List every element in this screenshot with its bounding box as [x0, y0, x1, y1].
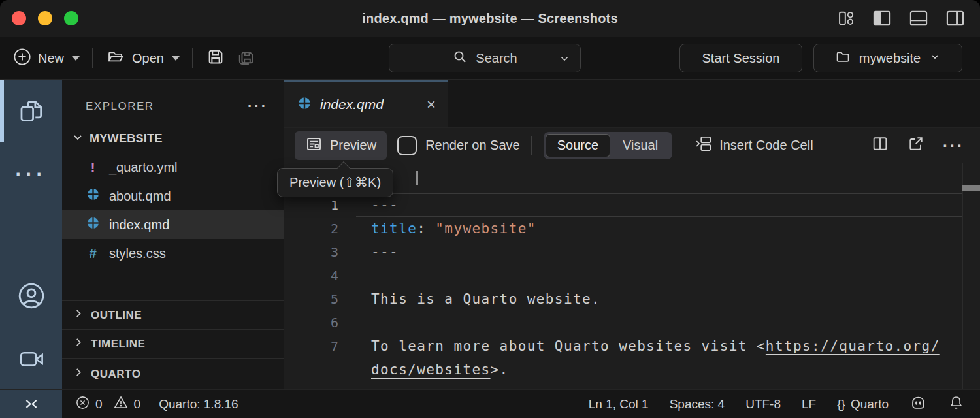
- quarto-version-status[interactable]: Quarto: 1.8.16: [159, 397, 238, 411]
- code-line: 2 title: "mywebsite": [284, 217, 980, 240]
- activity-bar: ···: [0, 80, 62, 389]
- source-visual-toggle: Source Visual: [544, 132, 673, 159]
- code-line: 3 ---: [284, 240, 980, 264]
- current-line-highlight: [356, 193, 962, 217]
- screenshot-camera-icon[interactable]: [0, 345, 62, 372]
- chevron-right-icon: [71, 365, 86, 383]
- app-window: index.qmd — mywebsite — Screenshots: [0, 0, 980, 418]
- save-all-icon[interactable]: [235, 47, 256, 69]
- scrollbar-thumb[interactable]: [962, 185, 980, 191]
- eol-status[interactable]: LF: [802, 397, 816, 411]
- open-dropdown-caret-icon: [172, 56, 180, 61]
- file-row-about-qmd[interactable]: about.qmd: [62, 182, 284, 210]
- encoding-status[interactable]: UTF-8: [745, 397, 781, 411]
- error-icon: [75, 395, 90, 413]
- tooltip-text: Preview (⇧⌘K): [289, 175, 381, 189]
- yaml-file-icon: !: [86, 159, 100, 175]
- tab-strip: index.qmd ×: [284, 80, 980, 128]
- braces-icon: {}: [837, 397, 845, 411]
- preview-button[interactable]: Preview: [295, 131, 387, 160]
- toolbar-separator: [92, 48, 93, 68]
- render-on-save-label: Render on Save: [425, 138, 520, 153]
- warning-icon: [113, 394, 129, 413]
- customize-layout-icon[interactable]: [836, 9, 856, 27]
- search-chevron-down-icon[interactable]: [558, 53, 571, 68]
- indentation-status[interactable]: Spaces: 4: [670, 397, 725, 411]
- search-placeholder: Search: [476, 51, 517, 66]
- preview-layout-icon: [305, 135, 323, 156]
- additional-views-icon[interactable]: ···: [0, 163, 62, 185]
- insert-code-cell-button[interactable]: Insert Code Cell: [694, 135, 813, 156]
- problems-status[interactable]: 0 0: [75, 394, 140, 413]
- insert-code-cell-label: Insert Code Cell: [719, 138, 813, 153]
- zoom-window-button[interactable]: [64, 11, 78, 25]
- traffic-lights: [12, 11, 78, 25]
- source-mode-button[interactable]: Source: [546, 134, 610, 157]
- start-session-label: Start Session: [702, 51, 780, 66]
- close-window-button[interactable]: [12, 11, 26, 25]
- url-link[interactable]: https://quarto.org/: [766, 338, 940, 354]
- css-file-icon: #: [86, 246, 100, 261]
- quarto-section-header[interactable]: QUARTO: [62, 358, 284, 389]
- notifications-bell-icon[interactable]: [948, 394, 964, 414]
- toggle-bottom-panel-icon[interactable]: [908, 9, 929, 27]
- outline-section-header[interactable]: OUTLINE: [62, 300, 284, 329]
- vertical-scrollbar[interactable]: [962, 163, 980, 389]
- tab-index-qmd[interactable]: index.qmd ×: [284, 80, 448, 127]
- workspace-chevron-down-icon: [928, 51, 941, 66]
- open-button[interactable]: Open: [106, 48, 180, 69]
- titlebar: index.qmd — mywebsite — Screenshots: [0, 0, 980, 37]
- file-row-quarto-yml[interactable]: ! _quarto.yml: [62, 153, 284, 182]
- account-icon[interactable]: [0, 281, 62, 311]
- language-mode-status[interactable]: {} Quarto: [837, 397, 889, 411]
- split-editor-icon[interactable]: [871, 135, 889, 156]
- workspace-section-header[interactable]: MYWEBSITE: [62, 124, 284, 153]
- visual-mode-button[interactable]: Visual: [610, 138, 670, 153]
- window-title: index.qmd — mywebsite — Screenshots: [0, 11, 980, 26]
- editor-more-actions-icon[interactable]: ···: [943, 137, 964, 155]
- plus-circle-icon: [13, 48, 31, 69]
- file-row-index-qmd[interactable]: index.qmd: [62, 210, 284, 239]
- code-line: 5 This is a Quarto website.: [284, 287, 980, 311]
- file-name: index.qmd: [109, 217, 169, 233]
- open-button-label: Open: [132, 51, 164, 66]
- insert-code-cell-icon: [694, 135, 713, 156]
- toggle-left-panel-icon[interactable]: [872, 9, 892, 27]
- timeline-section-header[interactable]: TIMELINE: [62, 329, 284, 358]
- open-folder-icon: [106, 48, 125, 69]
- search-input[interactable]: Search: [389, 44, 581, 72]
- explorer-title: EXPLORER: [86, 100, 154, 113]
- tab-close-icon[interactable]: ×: [427, 97, 436, 112]
- minimize-window-button[interactable]: [38, 11, 52, 25]
- toggle-right-panel-icon[interactable]: [945, 9, 966, 27]
- preview-tooltip: Preview (⇧⌘K): [277, 168, 393, 197]
- code-line: 7 To learn more about Quarto websites vi…: [284, 334, 980, 358]
- code-line-wrap: docs/websites>.: [284, 358, 980, 381]
- start-session-button[interactable]: Start Session: [679, 44, 802, 72]
- file-name: styles.css: [109, 246, 166, 261]
- code-line: 6: [284, 311, 980, 334]
- quarto-globe-icon: [297, 96, 312, 113]
- chevron-right-icon: [71, 335, 86, 353]
- render-on-save-checkbox[interactable]: [397, 136, 417, 155]
- editor-toolbar: Preview Render on Save Source Visual: [284, 128, 980, 163]
- workspace-section-label: MYWEBSITE: [90, 132, 163, 146]
- explorer-more-actions-icon[interactable]: ···: [248, 98, 268, 115]
- open-external-icon[interactable]: [907, 135, 925, 156]
- new-button[interactable]: New: [13, 48, 80, 69]
- cursor-position-status[interactable]: Ln 1, Col 1: [589, 397, 649, 411]
- folder-icon: [834, 49, 851, 68]
- code-editor[interactable]: 1 --- 2 title: "mywebsite" 3 --- 4: [284, 163, 980, 389]
- workspace-switcher-button[interactable]: mywebsite: [813, 44, 962, 72]
- copilot-icon[interactable]: [909, 394, 927, 415]
- quarto-label: QUARTO: [91, 368, 140, 381]
- status-bar: 0 0 Quarto: 1.8.16 Ln 1, Col 1 Spaces: 4…: [0, 389, 980, 418]
- file-row-styles-css[interactable]: # styles.css: [62, 239, 284, 268]
- text-cursor: [416, 171, 418, 185]
- explorer-view-icon[interactable]: [0, 97, 62, 125]
- save-icon[interactable]: [206, 47, 225, 69]
- new-dropdown-caret-icon: [72, 56, 80, 61]
- url-link[interactable]: docs/websites: [371, 362, 491, 378]
- remote-indicator[interactable]: [0, 390, 62, 418]
- quarto-globe-icon: [86, 216, 100, 233]
